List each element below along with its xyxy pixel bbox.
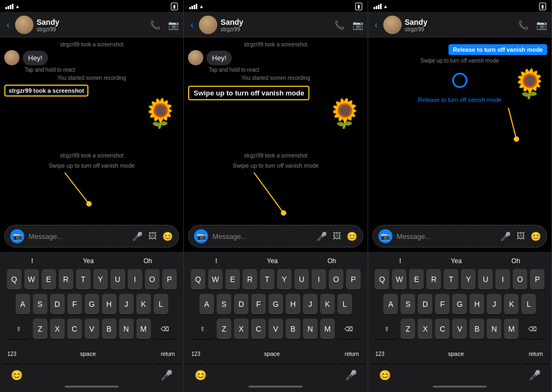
key-v-1[interactable]: V — [85, 319, 99, 339]
key-k-2[interactable]: K — [320, 294, 335, 314]
mic-icon-2[interactable]: 🎤 — [316, 231, 327, 242]
key-y-1[interactable]: Y — [93, 269, 108, 290]
phone-icon-3[interactable]: 📞 — [518, 20, 529, 30]
key-o-3[interactable]: O — [513, 269, 527, 290]
phone-icon-1[interactable]: 📞 — [150, 20, 161, 30]
key-c-2[interactable]: C — [251, 319, 266, 339]
key-q-2[interactable]: Q — [191, 269, 205, 290]
key-y-2[interactable]: Y — [277, 269, 292, 290]
back-button-3[interactable]: ‹ — [372, 17, 380, 33]
mic-dock-icon-3[interactable]: 🎤 — [529, 369, 541, 381]
key-b-1[interactable]: B — [102, 319, 116, 339]
key-m-2[interactable]: M — [320, 319, 335, 339]
key-s-3[interactable]: S — [401, 294, 415, 314]
key-del-1[interactable]: ⌫ — [154, 319, 176, 339]
sticker-icon-2[interactable]: 😊 — [347, 231, 357, 242]
key-o-2[interactable]: O — [329, 269, 343, 290]
camera-button-1[interactable]: 📷 — [10, 229, 24, 243]
key-j-1[interactable]: J — [119, 294, 134, 314]
key-g-2[interactable]: G — [268, 294, 283, 314]
key-r-3[interactable]: R — [426, 269, 441, 290]
key-n-3[interactable]: N — [487, 319, 501, 339]
key-n-1[interactable]: N — [119, 319, 134, 339]
message-input-bar-1[interactable]: 📷 Message... 🎤 🖼 😊 — [4, 225, 179, 247]
key-x-3[interactable]: X — [418, 319, 432, 339]
key-c-3[interactable]: C — [435, 319, 450, 339]
key-w-3[interactable]: W — [392, 269, 406, 290]
sticker-icon-3[interactable]: 😊 — [530, 231, 541, 242]
key-j-2[interactable]: J — [303, 294, 318, 314]
message-placeholder-2[interactable]: Message... — [212, 232, 312, 240]
mic-dock-icon-2[interactable]: 🎤 — [345, 369, 357, 381]
key-g-1[interactable]: G — [85, 294, 99, 314]
key-j-3[interactable]: J — [487, 294, 501, 314]
suggest-yea-2[interactable]: Yea — [267, 257, 278, 265]
gallery-icon-1[interactable]: 🖼 — [148, 231, 157, 241]
key-return-1[interactable]: return — [154, 343, 181, 364]
key-c-1[interactable]: C — [67, 319, 82, 339]
key-m-1[interactable]: M — [136, 319, 151, 339]
key-s-1[interactable]: S — [33, 294, 47, 314]
key-a-1[interactable]: A — [16, 294, 30, 314]
key-n-2[interactable]: N — [303, 319, 318, 339]
message-placeholder-1[interactable]: Message... — [29, 232, 128, 240]
gallery-icon-3[interactable]: 🖼 — [516, 231, 525, 241]
key-123-1[interactable]: 123 — [2, 343, 22, 364]
mic-icon-1[interactable]: 🎤 — [132, 231, 143, 242]
suggest-i-2[interactable]: I — [215, 257, 217, 265]
key-return-2[interactable]: return — [339, 343, 365, 364]
camera-button-2[interactable]: 📷 — [194, 229, 208, 243]
suggest-i-3[interactable]: I — [399, 257, 401, 265]
emoji-icon-2[interactable]: 😊 — [195, 369, 206, 381]
key-p-3[interactable]: P — [530, 269, 544, 290]
suggest-yea-1[interactable]: Yea — [83, 257, 94, 265]
key-shift-3[interactable]: ⇧ — [375, 319, 398, 339]
key-z-2[interactable]: Z — [217, 319, 231, 339]
key-i-1[interactable]: I — [128, 269, 142, 290]
emoji-icon-3[interactable]: 😊 — [379, 369, 391, 381]
key-r-1[interactable]: R — [59, 269, 73, 290]
key-e-3[interactable]: E — [409, 269, 424, 290]
key-e-2[interactable]: E — [225, 269, 240, 290]
key-f-3[interactable]: F — [435, 294, 450, 314]
key-l-1[interactable]: L — [154, 294, 168, 314]
key-b-3[interactable]: B — [470, 319, 484, 339]
key-h-2[interactable]: H — [286, 294, 300, 314]
key-o-1[interactable]: O — [145, 269, 160, 290]
sticker-icon-1[interactable]: 😊 — [162, 231, 173, 242]
key-u-1[interactable]: U — [111, 269, 125, 290]
message-input-bar-3[interactable]: 📷 Message... 🎤 🖼 😊 — [372, 225, 547, 247]
key-u-3[interactable]: U — [478, 269, 493, 290]
key-t-1[interactable]: T — [76, 269, 91, 290]
key-e-1[interactable]: E — [42, 269, 56, 290]
key-t-2[interactable]: T — [260, 269, 274, 290]
key-l-2[interactable]: L — [337, 294, 352, 314]
key-v-3[interactable]: V — [452, 319, 467, 339]
key-space-2[interactable]: space — [208, 343, 335, 364]
key-k-1[interactable]: K — [136, 294, 151, 314]
key-f-2[interactable]: F — [251, 294, 266, 314]
key-q-1[interactable]: Q — [7, 269, 22, 290]
key-p-1[interactable]: P — [162, 269, 177, 290]
video-icon-3[interactable]: 📷 — [536, 20, 547, 30]
key-m-3[interactable]: M — [504, 319, 519, 339]
mic-icon-3[interactable]: 🎤 — [500, 231, 511, 242]
key-w-1[interactable]: W — [24, 269, 39, 290]
suggest-i-1[interactable]: I — [31, 257, 33, 265]
key-z-3[interactable]: Z — [401, 319, 415, 339]
emoji-icon-1[interactable]: 😊 — [11, 369, 23, 381]
key-w-2[interactable]: W — [208, 269, 223, 290]
key-s-2[interactable]: S — [217, 294, 231, 314]
key-x-2[interactable]: X — [234, 319, 249, 339]
camera-button-3[interactable]: 📷 — [378, 229, 392, 243]
message-placeholder-3[interactable]: Message... — [397, 232, 496, 240]
video-icon-1[interactable]: 📷 — [168, 20, 179, 30]
key-k-3[interactable]: K — [504, 294, 519, 314]
key-l-3[interactable]: L — [521, 294, 536, 314]
suggest-yea-3[interactable]: Yea — [451, 257, 461, 265]
key-123-3[interactable]: 123 — [370, 343, 390, 364]
key-shift-2[interactable]: ⇧ — [191, 319, 214, 339]
key-d-1[interactable]: D — [50, 294, 65, 314]
key-i-3[interactable]: I — [495, 269, 510, 290]
mic-dock-icon-1[interactable]: 🎤 — [161, 369, 172, 381]
